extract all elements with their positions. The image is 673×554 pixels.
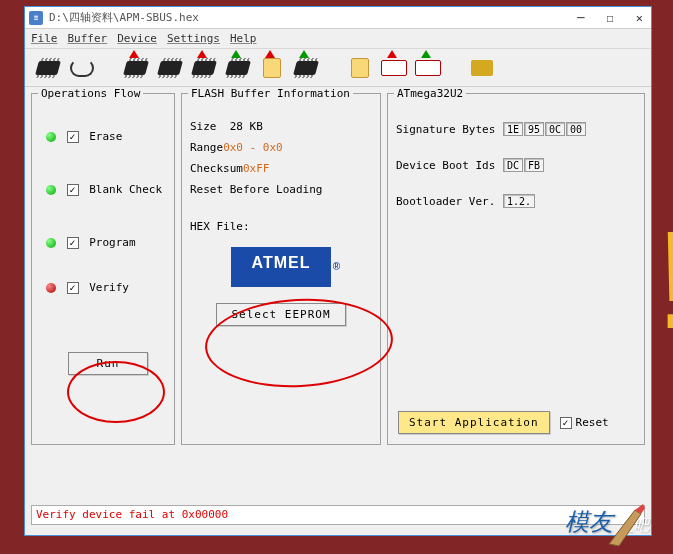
window-title: D:\四轴资料\APM-SBUS.hex <box>49 10 573 25</box>
op-verify-row: ✓ Verify <box>46 281 166 294</box>
bootids-row: Device Boot Ids DCFB <box>396 158 636 172</box>
menu-settings[interactable]: Settings <box>167 32 220 45</box>
led-verify-icon <box>46 283 56 293</box>
run-button[interactable]: Run <box>68 352 148 375</box>
bootloader-label: Bootloader Ver. <box>396 195 495 208</box>
tool-blank-icon[interactable] <box>155 53 185 83</box>
start-application-button[interactable]: Start Application <box>398 411 550 434</box>
flash-checksum-value: 0xFF <box>243 162 270 175</box>
flash-range-label: Range <box>190 141 223 154</box>
led-program-icon <box>46 238 56 248</box>
flash-reset-label: Reset Before Loading <box>190 183 372 196</box>
op-erase-row: ✓ Erase <box>46 130 166 143</box>
op-blank-row: ✓ Blank Check <box>46 183 166 196</box>
label-verify: Verify <box>89 281 129 294</box>
tool-run-icon[interactable] <box>257 53 287 83</box>
group-operations: Operations Flow ✓ Erase ✓ Blank Check ✓ … <box>31 93 175 445</box>
led-erase-icon <box>46 132 56 142</box>
label-program: Program <box>89 236 135 249</box>
app-icon: ≡ <box>29 11 43 25</box>
sig-byte-1: 95 <box>524 122 544 136</box>
menu-device[interactable]: Device <box>117 32 157 45</box>
toolbar <box>25 49 651 87</box>
flash-checksum-label: Checksum <box>190 162 243 175</box>
checkbox-erase[interactable]: ✓ <box>67 131 79 143</box>
reset-label: Reset <box>576 416 609 429</box>
group-flash: FLASH Buffer Information Size 28 KB Rang… <box>181 93 381 445</box>
flash-size-value: 28 KB <box>230 120 263 133</box>
label-blank: Blank Check <box>89 183 162 196</box>
flash-legend: FLASH Buffer Information <box>188 87 353 100</box>
tool-help-icon[interactable] <box>467 53 497 83</box>
checkbox-reset[interactable]: ✓ <box>560 417 572 429</box>
maximize-button[interactable]: ☐ <box>603 11 618 25</box>
tool-program-icon[interactable] <box>189 53 219 83</box>
led-blank-icon <box>46 185 56 195</box>
content-area: Operations Flow ✓ Erase ✓ Blank Check ✓ … <box>25 87 651 451</box>
menu-file[interactable]: File <box>31 32 58 45</box>
tool-erase-icon[interactable] <box>121 53 151 83</box>
tool-cable-icon[interactable] <box>67 53 97 83</box>
op-program-row: ✓ Program <box>46 236 166 249</box>
flash-range-row: Range0x0 - 0x0 <box>190 141 372 154</box>
tool-doc-icon[interactable] <box>345 53 375 83</box>
boot-id-0: DC <box>503 158 523 172</box>
tool-verify-icon[interactable] <box>223 53 253 83</box>
bootloader-row: Bootloader Ver. 1.2. <box>396 194 636 208</box>
bootids-label: Device Boot Ids <box>396 159 495 172</box>
signature-label: Signature Bytes <box>396 123 495 136</box>
decoration-exclaim: ! <box>655 190 673 370</box>
tool-book2-icon[interactable] <box>413 53 443 83</box>
checkbox-program[interactable]: ✓ <box>67 237 79 249</box>
reset-checkbox-wrap: ✓Reset <box>560 416 609 429</box>
app-window: ≡ D:\四轴资料\APM-SBUS.hex ─ ☐ ✕ File Buffer… <box>24 6 652 536</box>
flash-checksum-row: Checksum0xFF <box>190 162 372 175</box>
select-eeprom-button[interactable]: Select EEPROM <box>216 303 346 326</box>
minimize-button[interactable]: ─ <box>573 11 588 25</box>
sig-byte-2: 0C <box>545 122 565 136</box>
status-bar: Verify device fail at 0x00000 <box>31 505 645 525</box>
hex-file-label: HEX File: <box>190 220 372 233</box>
checkbox-blank[interactable]: ✓ <box>67 184 79 196</box>
atmel-logo: ATMEL <box>231 247 331 287</box>
operations-legend: Operations Flow <box>38 87 143 100</box>
chip-legend: ATmega32U2 <box>394 87 466 100</box>
menu-buffer[interactable]: Buffer <box>68 32 108 45</box>
group-chip: ATmega32U2 Signature Bytes 1E950C00 Devi… <box>387 93 645 445</box>
signature-row: Signature Bytes 1E950C00 <box>396 122 636 136</box>
tool-book1-icon[interactable] <box>379 53 409 83</box>
flash-range-value: 0x0 - 0x0 <box>223 141 283 154</box>
sig-byte-3: 00 <box>566 122 586 136</box>
bootloader-value: 1.2. <box>503 194 535 208</box>
titlebar: ≡ D:\四轴资料\APM-SBUS.hex ─ ☐ ✕ <box>25 7 651 29</box>
sig-byte-0: 1E <box>503 122 523 136</box>
flash-size-row: Size 28 KB <box>190 120 372 133</box>
menu-help[interactable]: Help <box>230 32 257 45</box>
label-erase: Erase <box>89 130 122 143</box>
flash-size-label: Size <box>190 120 217 133</box>
tool-chip-icon[interactable] <box>33 53 63 83</box>
tool-read-icon[interactable] <box>291 53 321 83</box>
checkbox-verify[interactable]: ✓ <box>67 282 79 294</box>
menubar: File Buffer Device Settings Help <box>25 29 651 49</box>
close-button[interactable]: ✕ <box>632 11 647 25</box>
boot-id-1: FB <box>524 158 544 172</box>
